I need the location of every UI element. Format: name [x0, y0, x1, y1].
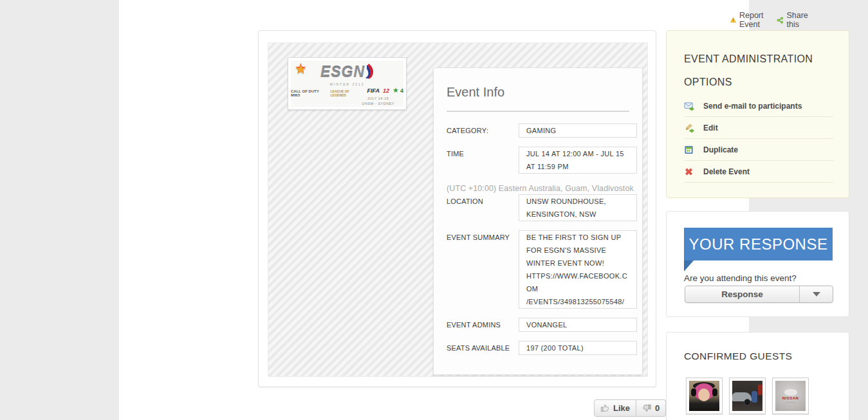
- event-admin-title: EVENT ADMINISTRATION OPTIONS: [684, 48, 833, 94]
- response-banner-tail: [684, 260, 694, 271]
- timezone-note: (UTC +10:00) Eastern Australia, Guam, Vl…: [447, 184, 637, 193]
- title-divider: [447, 111, 629, 112]
- field-value-time: JUL 14 AT 12:00 AM - JUL 15 AT 11:59 PM: [519, 147, 637, 174]
- field-value-admins: VONANGEL: [519, 318, 637, 332]
- game-fifa-logo: FIFA: [367, 87, 380, 94]
- event-banner-image: ★ ESGN WINTER 2012 CALL OF DUTY MW3 LEAG…: [288, 57, 407, 110]
- event-admin-box: EVENT ADMINISTRATION OPTIONS Send e-mail…: [666, 30, 849, 198]
- share-icon: [777, 15, 784, 25]
- admin-item-label: Edit: [703, 123, 718, 132]
- admin-item-label: Duplicate: [703, 145, 738, 154]
- admin-item-send-email[interactable]: Send e-mail to participants: [684, 95, 833, 117]
- top-actions: Report Event Share this: [730, 11, 811, 29]
- event-info-title: Event Info: [447, 85, 629, 100]
- field-row-time: TIME JUL 14 AT 12:00 AM - JUL 15 AT 11:5…: [447, 147, 637, 174]
- field-label: CATEGORY:: [447, 123, 519, 134]
- game-fifa-number: 12: [383, 87, 389, 94]
- field-label: EVENT ADMINS: [447, 318, 519, 329]
- guest-avatar-image-1: [689, 381, 719, 411]
- chevron-down-icon: [813, 292, 820, 297]
- field-label: LOCATION: [447, 194, 519, 205]
- admin-item-delete[interactable]: Delete Event: [684, 161, 833, 183]
- event-admin-items: Send e-mail to participants Edit: [684, 95, 833, 183]
- confirmed-guests-box: CONFIRMED GUESTS NISSAN————: [666, 332, 849, 420]
- game-cod-logo: CALL OF DUTY MW3: [291, 89, 328, 97]
- page-canvas: Report Event Share this ★: [0, 0, 868, 420]
- attending-question: Are you attending this event?: [684, 273, 797, 283]
- field-row-summary: EVENT SUMMARY BE THE FIRST TO SIGN UP FO…: [447, 230, 637, 309]
- field-value-summary: BE THE FIRST TO SIGN UP FOR ESGN'S MASSI…: [519, 230, 637, 309]
- email-send-icon: [684, 101, 694, 111]
- banner-games-row: CALL OF DUTY MW3 LEAGUE OF LEGENDS FIFA …: [291, 87, 403, 97]
- guest-avatar[interactable]: [729, 378, 766, 414]
- admin-item-edit[interactable]: Edit: [684, 117, 833, 139]
- response-dropdown-label: Response: [685, 286, 799, 302]
- your-response-box: YOUR RESPONSE Are you attending this eve…: [666, 211, 849, 317]
- admin-item-label: Send e-mail to participants: [703, 102, 802, 111]
- report-event-link[interactable]: Report Event: [730, 11, 768, 29]
- guest-avatar-image-3: NISSAN————: [775, 381, 806, 411]
- guest-avatar[interactable]: [686, 378, 723, 414]
- guest-avatar-row: NISSAN————: [686, 378, 809, 414]
- dislike-button[interactable]: 0: [636, 399, 666, 417]
- banner-logo-text: ESGN: [320, 64, 365, 80]
- admin-item-label: Delete Event: [703, 167, 750, 176]
- thumbs-up-icon: [600, 403, 610, 413]
- admin-item-duplicate[interactable]: Duplicate: [684, 139, 833, 161]
- event-info-fields: CATEGORY: GAMING TIME JUL 14 AT 12:00 AM…: [447, 123, 637, 355]
- duplicate-icon: [684, 145, 694, 155]
- field-row-category: CATEGORY: GAMING: [447, 123, 637, 138]
- response-dropdown-arrow-button[interactable]: [799, 286, 833, 302]
- event-info-panel: Event Info CATEGORY: GAMING TIME JUL 14 …: [433, 68, 643, 375]
- warning-icon: [730, 15, 736, 24]
- dislike-count: 0: [655, 403, 660, 413]
- response-dropdown[interactable]: Response: [685, 286, 833, 303]
- guest-avatar[interactable]: NISSAN————: [772, 378, 809, 414]
- game-lol-logo: LEAGUE OF LEGENDS: [331, 89, 364, 97]
- edit-icon: [684, 123, 694, 133]
- field-value-category: GAMING: [519, 123, 637, 138]
- banner-subtitle: WINTER 2012: [291, 82, 403, 86]
- guest-avatar-image-2: [732, 381, 762, 411]
- delete-icon: [684, 167, 694, 177]
- banner-logo-row: ESGN: [291, 64, 403, 81]
- event-card: ★ ESGN WINTER 2012 CALL OF DUTY MW3 LEAG…: [258, 30, 656, 387]
- share-this-label: Share this: [786, 11, 811, 29]
- like-bar: Like 0: [594, 399, 666, 417]
- field-row-admins: EVENT ADMINS VONANGEL: [447, 318, 637, 332]
- banner-date-line2: UNSW - SYDNEY: [362, 102, 394, 107]
- field-label: TIME: [447, 147, 519, 158]
- your-response-banner: YOUR RESPONSE: [684, 228, 833, 260]
- like-label: Like: [613, 403, 630, 413]
- game-star-number: 4: [400, 87, 403, 94]
- field-value-seats: 197 (200 TOTAL): [519, 341, 637, 355]
- flame-icon: [364, 64, 374, 80]
- event-banner-art: ★ ESGN WINTER 2012 CALL OF DUTY MW3 LEAG…: [291, 60, 403, 107]
- field-label: EVENT SUMMARY: [447, 230, 519, 241]
- field-value-location: UNSW ROUNDHOUSE, KENSINGTON, NSW: [519, 194, 637, 221]
- share-this-link[interactable]: Share this: [777, 11, 811, 29]
- like-button[interactable]: Like: [594, 399, 636, 417]
- banner-date: JULY 14-15 UNSW - SYDNEY: [362, 96, 394, 106]
- thumbs-down-icon: [642, 403, 652, 413]
- field-row-location: LOCATION UNSW ROUNDHOUSE, KENSINGTON, NS…: [447, 194, 637, 221]
- field-label: SEATS AVAILABLE: [447, 341, 519, 352]
- event-card-striped-area: ★ ESGN WINTER 2012 CALL OF DUTY MW3 LEAG…: [268, 42, 648, 377]
- field-row-seats: SEATS AVAILABLE 197 (200 TOTAL): [447, 341, 637, 355]
- content-column: Report Event Share this ★: [119, 0, 749, 420]
- green-star-icon: ★: [392, 87, 399, 94]
- banner-date-line1: JULY 14-15: [362, 96, 394, 102]
- report-event-label: Report Event: [739, 11, 768, 29]
- confirmed-guests-title: CONFIRMED GUESTS: [684, 351, 849, 362]
